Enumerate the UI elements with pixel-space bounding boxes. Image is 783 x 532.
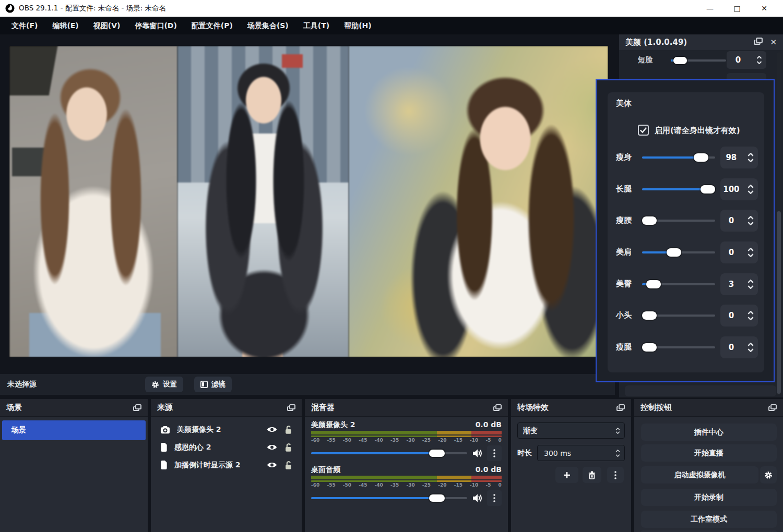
plugin-center-button[interactable]: 插件中心: [641, 424, 777, 441]
scrollbar[interactable]: [777, 52, 781, 395]
menu-help[interactable]: 帮助(H): [337, 17, 379, 34]
menu-file[interactable]: 文件(F): [4, 17, 45, 34]
volume-slider[interactable]: [311, 494, 467, 502]
slider-value[interactable]: 0: [720, 210, 742, 232]
preview-canvas[interactable]: [9, 46, 608, 357]
transition-menu-button[interactable]: [607, 467, 624, 483]
slider-value[interactable]: 100: [720, 178, 742, 200]
source-settings-button[interactable]: 设置: [145, 377, 183, 392]
start-virtual-camera-button[interactable]: 启动虚拟摄像机: [641, 466, 758, 483]
visibility-eye-icon[interactable]: [266, 426, 278, 433]
small-head-slider[interactable]: [642, 311, 715, 320]
add-transition-button[interactable]: [555, 467, 578, 483]
value-spinbox[interactable]: 0: [720, 241, 758, 263]
transition-select[interactable]: 渐变: [517, 422, 625, 439]
scene-item-selected[interactable]: 场景: [2, 420, 146, 440]
enable-checkbox[interactable]: [638, 125, 649, 136]
slim-waist-slider[interactable]: [642, 216, 715, 225]
source-row-camera[interactable]: 美颜摄像头 2: [151, 421, 302, 438]
popout-icon[interactable]: [493, 404, 502, 412]
scenes-dock-title: 场景: [6, 403, 22, 413]
menu-edit[interactable]: 编辑(E): [45, 17, 86, 34]
menu-scene-collection[interactable]: 场景集合(S): [240, 17, 296, 34]
hips-slider[interactable]: [642, 280, 715, 288]
shoulders-slider[interactable]: [642, 248, 715, 257]
slider-value[interactable]: 98: [720, 147, 742, 168]
close-icon[interactable]: ✕: [770, 38, 777, 47]
spin-chevrons-icon[interactable]: [748, 241, 754, 263]
value-spinbox[interactable]: 0: [720, 305, 758, 327]
value-spinbox[interactable]: 0: [720, 210, 758, 232]
visibility-eye-icon[interactable]: [266, 461, 278, 469]
long-legs-slider[interactable]: [642, 185, 715, 194]
lock-open-icon[interactable]: [284, 443, 292, 452]
slider-handle[interactable]: [642, 216, 657, 225]
slider-value[interactable]: 3: [720, 273, 742, 295]
source-filters-button[interactable]: 滤镜: [194, 377, 232, 392]
slim-legs-slider[interactable]: [642, 343, 715, 352]
face-slider-value[interactable]: 0: [727, 51, 750, 69]
value-spinbox[interactable]: 3: [720, 273, 758, 295]
start-streaming-button[interactable]: 开始直播: [641, 444, 777, 462]
duration-value[interactable]: 300 ms: [544, 449, 571, 457]
channel-menu-button[interactable]: [487, 445, 502, 461]
slider-handle[interactable]: [429, 494, 445, 502]
slider-handle[interactable]: [694, 153, 708, 162]
slider-handle[interactable]: [646, 280, 661, 288]
slider-value[interactable]: 0: [720, 336, 742, 358]
slider-handle[interactable]: [642, 343, 657, 352]
duration-spinbox[interactable]: 300 ms: [537, 445, 625, 461]
slider-value[interactable]: 0: [720, 305, 742, 327]
popout-icon[interactable]: [616, 404, 625, 412]
channel-menu-button[interactable]: [487, 490, 502, 506]
enable-checkbox-label[interactable]: 启用(请全身出镜才有效): [655, 126, 740, 136]
studio-mode-button[interactable]: 工作室模式: [641, 511, 777, 528]
face-slider[interactable]: [671, 56, 726, 65]
vu-meter-thin: [311, 480, 502, 482]
scrollbar-thumb[interactable]: [777, 211, 781, 394]
spin-chevrons-icon[interactable]: [748, 273, 754, 295]
face-value-spinbox[interactable]: 0: [727, 51, 766, 69]
popout-icon[interactable]: [133, 404, 141, 412]
menu-tools[interactable]: 工具(T): [296, 17, 337, 34]
virtual-camera-settings-button[interactable]: [760, 466, 777, 483]
speaker-icon[interactable]: [472, 494, 482, 502]
spin-chevrons-icon[interactable]: [748, 147, 754, 168]
popout-icon[interactable]: [287, 404, 295, 412]
value-spinbox[interactable]: 100: [720, 178, 758, 200]
lock-open-icon[interactable]: [284, 425, 292, 434]
spin-chevrons-icon[interactable]: [748, 305, 754, 327]
spin-chevrons-icon[interactable]: [748, 210, 754, 232]
popout-icon[interactable]: [768, 404, 777, 412]
slider-row-long-legs: 长腿 100: [608, 178, 764, 201]
speaker-icon[interactable]: [472, 449, 482, 457]
spin-chevrons-icon[interactable]: [748, 178, 754, 200]
value-spinbox[interactable]: 98: [720, 147, 758, 168]
visibility-eye-icon[interactable]: [266, 443, 278, 451]
spin-chevrons-icon[interactable]: [748, 336, 754, 358]
menu-docks[interactable]: 停靠窗口(D): [127, 17, 184, 34]
slider-handle[interactable]: [429, 450, 445, 457]
close-button[interactable]: ✕: [751, 0, 778, 17]
maximize-button[interactable]: □: [723, 0, 751, 17]
slider-handle[interactable]: [673, 57, 687, 64]
minimize-button[interactable]: —: [696, 0, 723, 17]
spin-chevrons-icon[interactable]: [611, 445, 624, 461]
value-spinbox[interactable]: 0: [720, 336, 758, 358]
slider-value[interactable]: 0: [720, 241, 742, 263]
source-row-media[interactable]: 感恩的心 2: [151, 439, 302, 456]
slider-handle[interactable]: [642, 311, 657, 320]
source-row-countdown[interactable]: 加播倒计时显示源 2: [151, 456, 302, 474]
slider-handle[interactable]: [701, 185, 715, 194]
start-recording-button[interactable]: 开始录制: [641, 489, 777, 506]
slider-handle[interactable]: [667, 248, 681, 257]
volume-slider[interactable]: [311, 450, 467, 457]
slim-body-slider[interactable]: [642, 153, 715, 162]
menu-profile[interactable]: 配置文件(P): [184, 17, 240, 34]
spin-chevrons-icon[interactable]: [756, 51, 762, 69]
popout-icon[interactable]: [754, 38, 763, 47]
menu-view[interactable]: 视图(V): [86, 17, 128, 34]
lock-open-icon[interactable]: [284, 461, 292, 470]
remove-transition-button[interactable]: [583, 467, 601, 483]
tick-label: -30: [406, 438, 414, 443]
